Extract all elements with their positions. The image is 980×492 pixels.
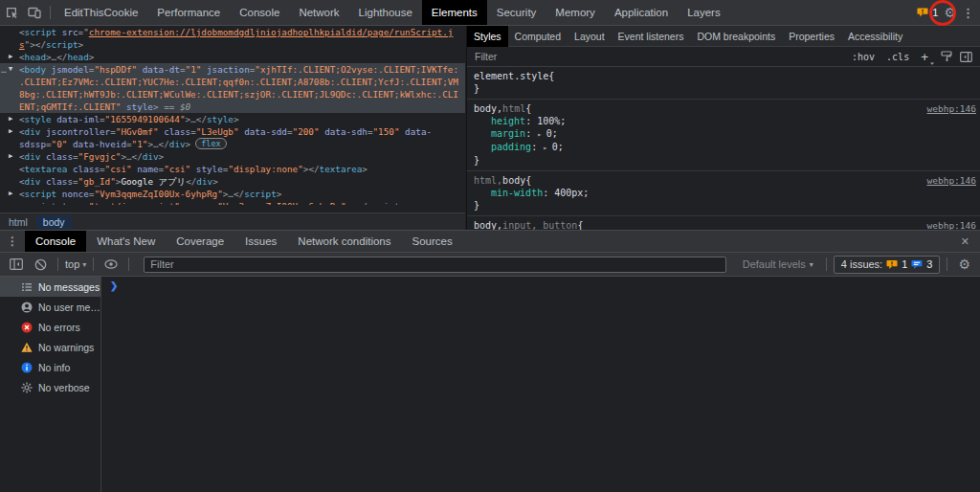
issues-summary-button[interactable]: 4 issues: 1 3	[834, 256, 941, 274]
console-sidebar-toggle-icon[interactable]	[6, 258, 27, 270]
flex-badge[interactable]: flex	[195, 138, 226, 149]
tab-layers[interactable]: Layers	[678, 0, 730, 25]
styles-tab-styles[interactable]: Styles	[467, 26, 508, 47]
css-declaration[interactable]: height: 100%;	[474, 115, 976, 127]
styles-tab-properties[interactable]: Properties	[782, 26, 841, 47]
console-filter-input[interactable]	[144, 257, 725, 273]
token: "csi"	[164, 164, 190, 174]
more-options-icon[interactable]: ⋮	[962, 6, 974, 20]
tab-application[interactable]: Application	[605, 0, 678, 25]
tab-editthiscookie[interactable]: EditThisCookie	[55, 0, 147, 25]
code-line[interactable]: .CLIENT;Ez7VMc:.CLIENT;YUC7He:.CLIENT;qq…	[0, 76, 465, 88]
code-line[interactable]: ▶<div class="Fgvgjc">…</div>	[0, 150, 465, 163]
expand-arrow-icon[interactable]: ▶	[9, 188, 12, 200]
log-levels-dropdown[interactable]: Default levels▾	[737, 258, 819, 270]
expand-arrow-icon[interactable]: ▶	[9, 125, 12, 138]
crumb-html[interactable]: html	[2, 215, 34, 229]
rule-selector[interactable]: body, html {webhp:146	[474, 102, 976, 115]
sidebar-item-label: No errors	[38, 322, 80, 333]
code-line[interactable]: s"></script>	[0, 38, 465, 51]
token: >	[159, 151, 165, 162]
token: "1"	[186, 64, 202, 75]
sidebar-item-no-info[interactable]: No info	[0, 357, 100, 377]
token: "Vym3qqmeZqI00Ux-6yhpRg"	[217, 201, 345, 205]
device-toolbar-icon[interactable]	[23, 0, 46, 25]
sidebar-item-no-messages[interactable]: No messages	[0, 277, 100, 297]
tab-performance[interactable]: Performance	[147, 0, 230, 25]
code-line[interactable]: <script type="text/javascript" nonce="Vy…	[0, 200, 465, 205]
dom-tree[interactable]: <script src="chrome-extension://ljdobmom…	[0, 26, 465, 212]
computed-sidebar-toggle-icon[interactable]	[957, 52, 974, 62]
drawer: ⋮ ConsoleWhat's NewCoverageIssuesNetwork…	[0, 230, 980, 492]
stylesheet-source-link[interactable]: webhp:146	[922, 174, 976, 187]
css-declaration[interactable]: min-width: 400px;	[474, 187, 976, 199]
code-line[interactable]: ▶<div jscontroller="HGv0mf" class="L3eUg…	[0, 125, 465, 138]
tab-elements[interactable]: Elements	[422, 0, 487, 25]
element-classes-button[interactable]: .cls	[881, 52, 914, 62]
drawer-menu-icon[interactable]: ⋮	[0, 235, 25, 248]
close-drawer-icon[interactable]: ✕	[950, 235, 980, 248]
tab-security[interactable]: Security	[487, 0, 546, 25]
tab-console[interactable]: Console	[230, 0, 289, 25]
sidebar-item-no-verbose[interactable]: No verbose	[0, 377, 100, 397]
expand-arrow-icon[interactable]: ▸	[543, 144, 552, 152]
expand-arrow-icon[interactable]: ▶	[9, 51, 12, 63]
stylesheet-source-link[interactable]: webhp:146	[922, 102, 976, 115]
styles-filter-input[interactable]	[473, 50, 845, 63]
code-line[interactable]: ▶<script nonce="Vym3qqmeZqI00Ux-6yhpRg">…	[0, 188, 465, 200]
inspect-icon[interactable]	[0, 0, 23, 25]
console-prompt-icon[interactable]: ❯	[101, 277, 980, 291]
settings-gear-icon[interactable]: ⚙	[944, 6, 956, 19]
console-main: No messagesNo user me…No errorsNo warnin…	[0, 277, 980, 492]
code-line[interactable]: <textarea class="csi" name="csi" style="…	[0, 163, 465, 175]
drawer-tab-network-conditions[interactable]: Network conditions	[287, 231, 401, 252]
token: textarea	[25, 164, 68, 174]
toggle-element-state-button[interactable]: :hov	[847, 52, 880, 62]
code-line[interactable]: ▶<head>…</head>	[0, 51, 465, 63]
drawer-tab-issues[interactable]: Issues	[234, 231, 287, 252]
console-settings-icon[interactable]: ⚙	[954, 257, 974, 271]
expand-arrow-icon[interactable]: ▶	[9, 150, 12, 163]
drawer-tab-sources[interactable]: Sources	[401, 231, 462, 252]
styles-tab-event-listeners[interactable]: Event listeners	[612, 26, 691, 47]
style-format-icon[interactable]	[938, 51, 955, 62]
token: >	[277, 189, 282, 199]
open-brace: {	[548, 70, 554, 82]
drawer-tab-console[interactable]: Console	[25, 231, 86, 252]
chevron-down-icon: ▾	[82, 260, 86, 269]
css-declaration[interactable]: padding: ▸ 0;	[474, 141, 976, 154]
issues-counter-button[interactable]: 1	[917, 7, 938, 18]
tab-network[interactable]: Network	[289, 0, 348, 25]
live-expression-icon[interactable]	[100, 259, 122, 269]
console-messages[interactable]: ❯	[101, 277, 980, 492]
collapse-arrow-icon[interactable]: ▼	[9, 63, 12, 76]
rule-selector[interactable]: element.style {	[474, 70, 976, 82]
code-line[interactable]: sdssp="0" data-hveid="1">…</div>flex	[0, 138, 465, 150]
rule-selector[interactable]: html, body {webhp:146	[474, 174, 976, 187]
code-line[interactable]: ENT;qGMTIf:.CLIENT" style> == $0	[0, 101, 465, 113]
expand-arrow-icon[interactable]: ▸	[537, 130, 546, 139]
crumb-body[interactable]: body	[36, 215, 72, 229]
drawer-tab-coverage[interactable]: Coverage	[166, 231, 234, 252]
code-line[interactable]: …▼<body jsmodel="hspDDf" data-dt="1" jsa…	[0, 63, 465, 76]
styles-tab-layout[interactable]: Layout	[568, 26, 612, 47]
styles-tab-dom-breakpoints[interactable]: DOM breakpoints	[690, 26, 782, 47]
sidebar-item-no-user-me[interactable]: No user me…	[0, 297, 100, 317]
tab-lighthouse[interactable]: Lighthouse	[349, 0, 422, 25]
sidebar-item-no-errors[interactable]: No errors	[0, 317, 100, 337]
tab-memory[interactable]: Memory	[546, 0, 605, 25]
code-line[interactable]: 8bg:.CLIENT;hWT9Jb:.CLIENT;WCulWe:.CLIEN…	[0, 88, 465, 101]
clear-console-icon[interactable]	[30, 258, 51, 271]
code-line[interactable]: <script src="chrome-extension://ljdobmom…	[0, 26, 465, 38]
token: head	[67, 52, 88, 62]
css-declaration[interactable]: margin: ▸ 0;	[474, 127, 976, 141]
code-line[interactable]: ▶<style data-iml="1655949100644">…</styl…	[0, 113, 465, 125]
expand-arrow-icon[interactable]: ▶	[9, 113, 12, 125]
javascript-context-dropdown[interactable]: top▾	[65, 258, 86, 270]
styles-tab-accessibility[interactable]: Accessibility	[841, 26, 909, 47]
new-style-rule-button[interactable]: +	[916, 50, 936, 64]
styles-tab-computed[interactable]: Computed	[508, 26, 568, 47]
code-line[interactable]: <div class="gb_Id">Google アプリ</div>	[0, 175, 465, 188]
sidebar-item-no-warnings[interactable]: No warnings	[0, 337, 100, 357]
drawer-tab-what-s-new[interactable]: What's New	[86, 231, 166, 252]
